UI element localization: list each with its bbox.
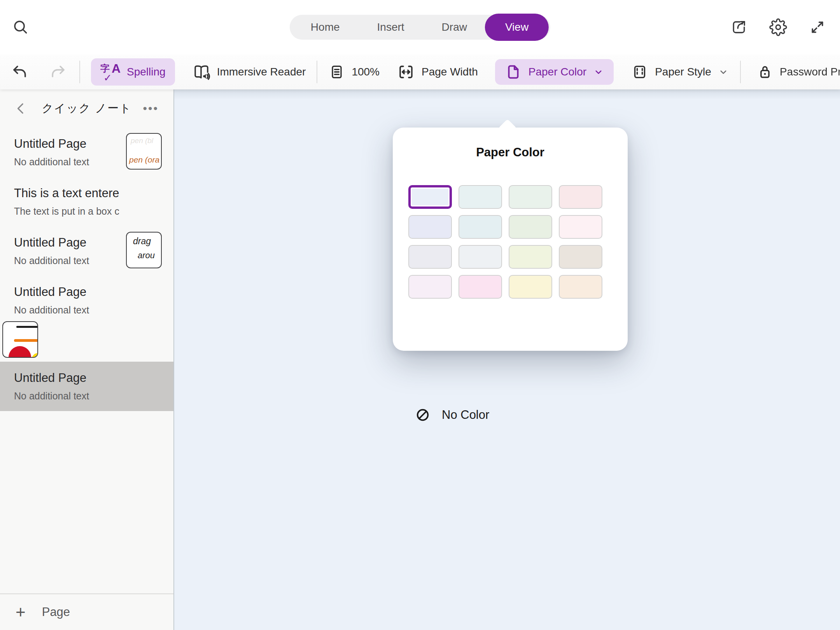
toolbar-divider — [79, 61, 80, 83]
page-title: Untitled Page — [14, 137, 119, 151]
undo-button[interactable] — [11, 63, 29, 81]
thumbnail-ink-text: pen (ora — [129, 155, 161, 164]
thumbnail-ink-text: arou — [138, 251, 161, 260]
search-button[interactable] — [12, 18, 30, 36]
immersive-reader-label: Immersive Reader — [217, 66, 306, 78]
paper-color-swatch-2[interactable] — [458, 185, 502, 209]
back-button[interactable] — [13, 101, 29, 116]
page-width-label: Page Width — [422, 66, 478, 78]
page-subtitle: No additional text — [14, 156, 119, 168]
page-list-item[interactable]: Untitled PageNo additional textdragarou — [0, 226, 173, 276]
paper-color-swatch-8[interactable] — [559, 215, 602, 239]
topbar-actions — [730, 0, 826, 54]
password-protection-label: Password Protection — [780, 66, 840, 78]
no-color-icon — [415, 408, 430, 422]
paper-color-swatch-6[interactable] — [458, 215, 502, 239]
page-thumbnail — [2, 321, 38, 358]
paper-color-swatch-14[interactable] — [458, 275, 502, 299]
paper-color-swatch-5[interactable] — [408, 215, 452, 239]
add-page-label: Page — [42, 605, 70, 619]
page-thumbnail: dragarou — [126, 232, 162, 268]
paper-color-swatch-1[interactable] — [408, 185, 452, 209]
paper-color-swatch-10[interactable] — [458, 245, 502, 269]
paper-style-button[interactable]: Paper Style — [631, 63, 729, 81]
zoom-level-label: 100% — [352, 66, 380, 78]
tab-insert[interactable]: Insert — [359, 15, 423, 40]
add-page-button[interactable]: + Page — [0, 593, 173, 630]
page-width-button[interactable]: Page Width — [397, 63, 478, 81]
tab-draw[interactable]: Draw — [423, 15, 486, 40]
page-list-item[interactable]: Untitled PageNo additional text — [0, 362, 173, 411]
paper-color-swatch-13[interactable] — [408, 275, 452, 299]
thumbnail-ink-text: drag — [133, 236, 161, 246]
immersive-reader-button[interactable]: Immersive Reader — [192, 63, 306, 81]
shape-black — [16, 326, 38, 328]
no-color-option[interactable]: No Color — [415, 408, 489, 422]
tab-home[interactable]: Home — [292, 15, 359, 40]
settings-button[interactable] — [769, 18, 787, 36]
notebook-section-title: クイック ノート — [42, 101, 131, 116]
back-chevron-icon — [13, 101, 29, 116]
paper-color-swatch-15[interactable] — [509, 275, 552, 299]
page-title: Untitled Page — [14, 236, 119, 250]
page-width-icon — [397, 63, 415, 81]
redo-icon — [49, 63, 67, 81]
page-list-item[interactable]: This is a text entered in...The text is … — [0, 177, 173, 226]
paper-color-swatch-16[interactable] — [559, 275, 602, 299]
paper-color-swatch-4[interactable] — [559, 185, 602, 209]
paper-style-icon — [631, 63, 649, 81]
shape-orange — [14, 339, 38, 342]
tab-view[interactable]: View — [485, 14, 549, 41]
share-icon — [730, 19, 747, 36]
password-protection-button[interactable]: Password Protection — [756, 63, 840, 80]
paper-color-swatch-11[interactable] — [509, 245, 552, 269]
onenote-app: HomeInsertDrawView — [0, 0, 840, 630]
more-options-button[interactable]: ••• — [143, 102, 159, 115]
lock-icon — [756, 63, 774, 80]
toolbar-divider — [740, 61, 741, 83]
view-ribbon-toolbar: 字 A ✓ Spelling Immersive Reader — [0, 54, 840, 89]
shape-yellow — [32, 353, 38, 358]
toolbar-divider — [317, 61, 317, 83]
zoom-control[interactable]: 100% — [328, 63, 380, 80]
page-list: Untitled PageNo additional textpen (blpe… — [0, 128, 173, 593]
paper-color-label: Paper Color — [528, 66, 586, 78]
popover-title: Paper Color — [393, 145, 628, 159]
paper-color-swatch-7[interactable] — [509, 215, 552, 239]
spelling-button[interactable]: 字 A ✓ Spelling — [91, 58, 175, 86]
page-subtitle: No additional text — [14, 304, 119, 316]
paper-color-swatch-3[interactable] — [509, 185, 552, 209]
expand-icon — [809, 19, 826, 36]
immersive-reader-icon — [192, 63, 211, 81]
ribbon-tab-group: HomeInsertDrawView — [290, 15, 550, 40]
paper-color-icon — [504, 63, 522, 81]
chevron-down-icon — [593, 66, 604, 78]
spelling-label: Spelling — [127, 66, 166, 78]
page-subtitle: No additional text — [14, 390, 119, 402]
spelling-icon: 字 A ✓ — [100, 62, 121, 82]
page-list-item[interactable]: Untitled PageNo additional text — [0, 276, 173, 362]
paper-color-swatch-9[interactable] — [408, 245, 452, 269]
chevron-down-icon — [718, 66, 729, 78]
plus-icon: + — [16, 604, 26, 621]
no-color-label: No Color — [442, 408, 489, 422]
sidebar-header: クイック ノート ••• — [0, 89, 173, 128]
page-title: Untitled Page — [14, 285, 119, 299]
page-title: Untitled Page — [14, 371, 119, 385]
paper-color-swatch-12[interactable] — [559, 245, 602, 269]
page-subtitle: The text is put in a box called... — [14, 206, 119, 217]
gear-icon — [769, 18, 787, 36]
paper-color-swatch-grid — [408, 185, 607, 299]
redo-button[interactable] — [49, 63, 67, 81]
zoom-document-icon — [328, 63, 345, 80]
fullscreen-button[interactable] — [809, 19, 826, 36]
paper-color-button[interactable]: Paper Color — [495, 59, 614, 85]
search-icon — [12, 18, 30, 36]
page-title: This is a text entered in... — [14, 186, 119, 200]
paper-color-popover: Paper Color No Color — [393, 128, 628, 351]
page-list-item[interactable]: Untitled PageNo additional textpen (blpe… — [0, 128, 173, 177]
paper-style-label: Paper Style — [655, 66, 711, 78]
share-button[interactable] — [730, 19, 747, 36]
thumbnail-ink-text: pen (bl — [131, 137, 161, 145]
page-subtitle: No additional text — [14, 255, 119, 266]
